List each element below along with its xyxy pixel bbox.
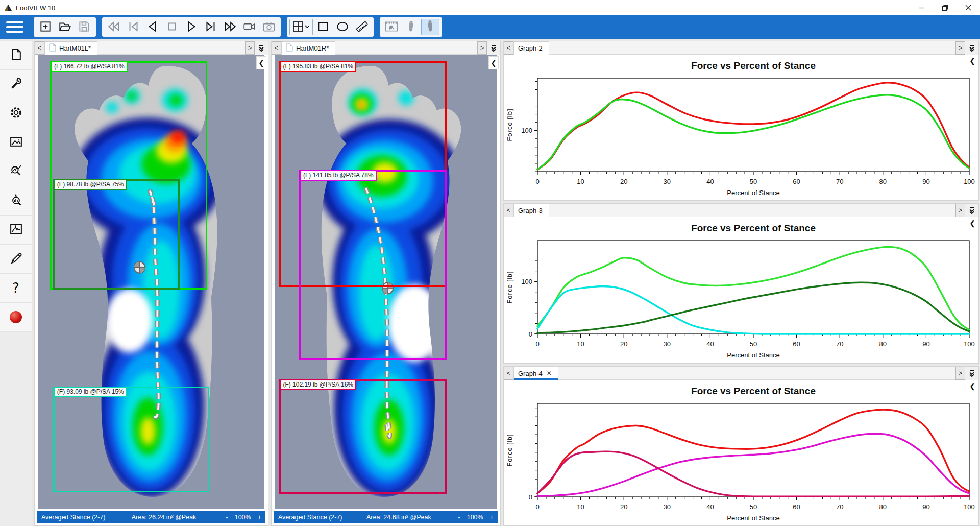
graph-3-chart: 01020304050607080901000100Force vs Perce… xyxy=(504,217,978,363)
tab-hartm01r[interactable]: HartM01R* xyxy=(281,41,335,55)
sidebar-item-tools[interactable] xyxy=(0,70,32,99)
tab-scroll-right-button[interactable]: > xyxy=(245,41,255,55)
tab-label: HartM01R* xyxy=(296,44,329,52)
tab-graph-2[interactable]: Graph-2 xyxy=(513,41,549,55)
play-button[interactable] xyxy=(182,19,201,35)
minimize-button[interactable] xyxy=(910,0,933,15)
zoom-in-button[interactable]: + xyxy=(258,514,261,521)
zoom-out-button[interactable]: - xyxy=(226,514,228,521)
tab-scroll-right-button[interactable]: > xyxy=(955,367,965,380)
sidebar-item-images[interactable] xyxy=(0,128,32,157)
main-area: ? < HartM01L* > (F) 166.72 lb @P/SA 81%(… xyxy=(0,39,980,526)
tab-scroll-left-button[interactable]: < xyxy=(272,41,281,55)
close-button[interactable] xyxy=(957,0,980,15)
open-folder-icon xyxy=(58,20,71,35)
tab-scroll-left-button[interactable]: < xyxy=(504,367,513,380)
photo-camera-icon xyxy=(262,20,276,35)
tab-hartm01l[interactable]: HartM01L* xyxy=(44,41,97,55)
ruler-icon xyxy=(355,20,369,35)
pressure-zone-2[interactable] xyxy=(53,179,180,290)
stance-mode-label: Averaged Stance (2-7) xyxy=(41,514,132,521)
tab-graph-3[interactable]: Graph-3 xyxy=(513,204,549,217)
menu-button[interactable] xyxy=(3,18,27,36)
right-foot-panel: < HartM01R* > (F) 195.83 lb @P/SA 81%(F)… xyxy=(271,41,501,526)
svg-text:0: 0 xyxy=(535,178,539,185)
show-right-foot-button[interactable] xyxy=(421,19,439,35)
pressure-zone-2[interactable] xyxy=(299,170,447,360)
tab-scroll-right-button[interactable]: > xyxy=(477,41,487,55)
svg-text:0: 0 xyxy=(529,493,532,500)
tab-scroll-left-button[interactable]: < xyxy=(504,41,513,55)
svg-text:100: 100 xyxy=(964,178,975,185)
left-foot-collapse-button[interactable]: ❮ xyxy=(256,56,266,69)
sidebar-item-annotate[interactable] xyxy=(0,245,32,274)
pressure-zone-3[interactable] xyxy=(53,387,209,492)
ellipse-tool-button[interactable] xyxy=(333,19,352,35)
title-bar: FootVIEW 10 xyxy=(0,0,980,15)
graphs-column: < Graph-2 > ❮ 0102030405060708090100100F… xyxy=(503,41,980,526)
sidebar-item-document[interactable] xyxy=(0,41,32,70)
left-foot-panel: < HartM01L* > (F) 166.72 lb @P/SA 81%(F)… xyxy=(34,41,268,526)
right-foot-collapse-button[interactable]: ❮ xyxy=(488,56,499,69)
wrench-icon xyxy=(9,77,23,92)
rectangle-icon xyxy=(316,20,330,35)
open-file-button[interactable] xyxy=(56,19,74,35)
tab-graph-4[interactable]: Graph-4 ✕ xyxy=(513,367,558,380)
show-left-foot-button[interactable] xyxy=(402,19,420,35)
sidebar-item-gait-analysis[interactable] xyxy=(0,186,32,216)
svg-text:60: 60 xyxy=(793,503,800,511)
area-label: Area: 24.68 in² @Peak xyxy=(366,514,458,521)
sidebar-item-help[interactable]: ? xyxy=(0,274,32,303)
tab-list-button[interactable] xyxy=(965,41,978,55)
sidebar-item-record[interactable] xyxy=(0,303,32,332)
svg-text:30: 30 xyxy=(664,178,671,185)
graph-2-collapse-button[interactable]: ❮ xyxy=(969,57,975,65)
pressure-zone-3[interactable] xyxy=(279,379,447,494)
series-right-midfoot xyxy=(537,434,969,496)
stop-button[interactable] xyxy=(163,19,181,35)
skip-to-start-button[interactable] xyxy=(124,19,142,35)
svg-text:40: 40 xyxy=(706,340,714,348)
skip-to-end-button[interactable] xyxy=(202,19,220,35)
tab-scroll-right-button[interactable]: > xyxy=(955,41,965,55)
view-layout-button[interactable] xyxy=(289,19,313,35)
tab-close-icon[interactable]: ✕ xyxy=(547,370,552,377)
svg-text:Force [lb]: Force [lb] xyxy=(506,108,513,141)
tab-list-button[interactable] xyxy=(965,204,978,217)
gear-icon xyxy=(9,106,23,121)
graph-2-chart: 0102030405060708090100100Force vs Percen… xyxy=(504,55,978,200)
fast-forward-button[interactable] xyxy=(221,19,239,35)
tab-scroll-left-button[interactable]: < xyxy=(35,41,44,55)
sidebar-item-graphs[interactable] xyxy=(0,216,32,245)
zoom-in-button[interactable]: + xyxy=(490,514,494,521)
tab-list-button[interactable] xyxy=(255,41,268,55)
sidebar-item-analysis[interactable] xyxy=(0,157,32,186)
save-button[interactable] xyxy=(75,19,93,35)
tab-scroll-left-button[interactable]: < xyxy=(504,204,513,217)
tab-list-button[interactable] xyxy=(487,41,500,55)
restore-button[interactable] xyxy=(933,0,957,15)
zone-force-label-2: (F) 141.85 lb @P/SA 78% xyxy=(300,170,377,181)
graph-3-collapse-button[interactable]: ❮ xyxy=(969,219,975,227)
graph-4-collapse-button[interactable]: ❮ xyxy=(969,382,975,390)
replay-movie-button[interactable] xyxy=(382,19,401,35)
svg-text:0: 0 xyxy=(529,330,532,338)
ruler-tool-button[interactable] xyxy=(353,19,371,35)
sidebar-item-settings[interactable] xyxy=(0,99,32,128)
record-video-button[interactable] xyxy=(240,19,259,35)
fast-forward-icon xyxy=(223,20,237,35)
tab-scroll-right-button[interactable]: > xyxy=(955,204,965,217)
rewind-button[interactable] xyxy=(105,19,123,35)
new-measurement-button[interactable] xyxy=(36,19,55,35)
step-back-button[interactable] xyxy=(143,19,162,35)
zoom-out-button[interactable]: - xyxy=(458,514,460,521)
zoom-level: 100% xyxy=(467,514,483,521)
rectangle-tool-button[interactable] xyxy=(314,19,332,35)
zone-force-label-3: (F) 93.09 lb @P/SA 15% xyxy=(54,387,127,397)
series-left-foot-total xyxy=(537,95,969,170)
zone-force-label-3: (F) 102.19 lb @P/SA 16% xyxy=(280,379,356,390)
play-icon xyxy=(185,20,198,35)
tab-list-button[interactable] xyxy=(965,367,978,380)
svg-text:70: 70 xyxy=(836,503,843,511)
snapshot-button[interactable] xyxy=(260,19,278,35)
